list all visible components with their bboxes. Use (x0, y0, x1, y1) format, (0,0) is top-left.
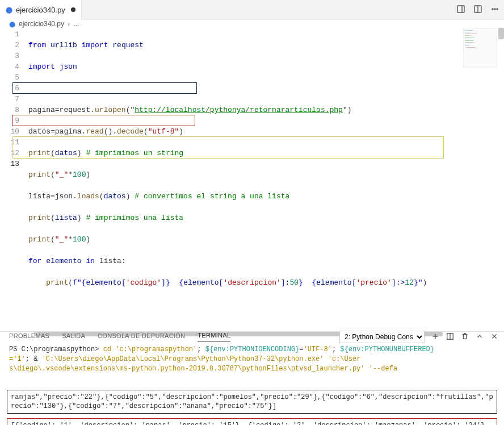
breadcrumb-ellipsis: ... (73, 20, 79, 28)
panel-tabs: PROBLEMAS SALIDA CONSOLA DE DEPURACIÓN T… (0, 331, 504, 341)
editor-actions (456, 5, 499, 15)
line-gutter: 1 2 3 4 5 6 7 8 9 10 11 12 13 (0, 28, 28, 331)
split-editor-icon[interactable] (473, 5, 482, 15)
terminal-output[interactable]: PS C:\programaspython> cd 'c:\programasp… (0, 341, 504, 375)
python-file-icon: ⬤ (6, 6, 12, 14)
new-terminal-icon[interactable] (431, 332, 439, 341)
tab-debug-console[interactable]: CONSOLA DE DEPURACIÓN (98, 332, 185, 341)
maximize-panel-icon[interactable] (476, 332, 484, 341)
program-output: ranjas","precio":"22"},{"codigo":"5","de… (0, 386, 504, 425)
file-tab-label: ejercicio340.py (16, 6, 65, 14)
tab-terminal[interactable]: TERMINAL (198, 332, 230, 341)
code-content[interactable]: from urllib import request import json p… (28, 28, 427, 331)
unsaved-dot-icon (71, 7, 75, 12)
python-file-icon: ⬤ (9, 21, 15, 27)
svg-point-3 (494, 9, 495, 10)
split-terminal-icon[interactable] (446, 332, 454, 341)
file-tab[interactable]: ⬤ ejercicio340.py (0, 0, 82, 20)
output-python-list: [{'codigo': '1', 'descripcion': 'papas',… (7, 418, 497, 425)
svg-point-2 (492, 9, 493, 10)
more-actions-icon[interactable] (490, 5, 499, 15)
breadcrumb-file: ejercicio340.py (19, 20, 64, 28)
svg-point-4 (497, 9, 498, 10)
minimap[interactable]: xxxx xxxxx xxxxxxxxxx xxxx xxxxxxxxxxxxx… (463, 28, 497, 68)
output-json-string: ranjas","precio":"22"},{"codigo":"5","de… (7, 390, 497, 414)
code-editor[interactable]: 1 2 3 4 5 6 7 8 9 10 11 12 13 from urlli… (0, 28, 504, 331)
editor-tabbar: ⬤ ejercicio340.py (0, 0, 504, 20)
vertical-scrollbar[interactable] (498, 28, 504, 39)
chevron-right-icon: › (68, 20, 70, 28)
terminal-dropdown[interactable]: 2: Python Debug Consc (339, 331, 425, 343)
tab-output[interactable]: SALIDA (62, 332, 85, 341)
svg-rect-0 (457, 6, 464, 13)
close-panel-icon[interactable] (490, 332, 498, 341)
open-preview-icon[interactable] (456, 5, 465, 15)
breadcrumb[interactable]: ⬤ ejercicio340.py › ... (0, 20, 504, 28)
kill-terminal-icon[interactable] (461, 332, 469, 341)
tab-problems[interactable]: PROBLEMAS (9, 332, 49, 341)
